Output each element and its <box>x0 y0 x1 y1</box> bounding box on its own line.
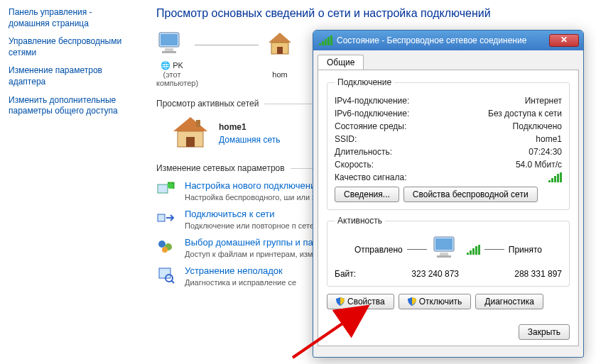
svg-line-19 <box>171 280 174 283</box>
svg-marker-4 <box>269 33 291 43</box>
globe-icon: 🌐 <box>161 61 170 70</box>
svg-rect-6 <box>277 47 283 54</box>
group-activity: Активность Отправлено Принято Байт: 323 … <box>327 216 570 287</box>
activity-dash <box>407 249 427 250</box>
signal-bars-icon <box>319 35 332 45</box>
duration-label: Длительность: <box>335 147 392 157</box>
sidebar-link-manage-wireless[interactable]: Управление беспроводными сетями <box>9 36 134 58</box>
page-title: Просмотр основных сведений о сети и наст… <box>156 7 582 20</box>
uac-shield-icon <box>336 297 345 306</box>
svg-rect-21 <box>435 238 453 250</box>
task-connect-network[interactable]: Подключиться к сети <box>185 209 274 219</box>
bytes-label: Байт: <box>335 269 356 279</box>
task-new-connection[interactable]: Настройка нового подключени <box>185 180 315 191</box>
close-icon: ✕ <box>560 35 568 45</box>
close-button[interactable]: ✕ <box>549 34 579 47</box>
network-type-link[interactable]: Домашняя сеть <box>219 135 280 145</box>
speed-value: 54.0 Мбит/с <box>516 160 562 170</box>
sent-label: Отправлено <box>354 245 403 255</box>
task-troubleshoot-desc: Диагностика и исправление се <box>185 278 296 287</box>
ipv6-label: IPv6-подключение: <box>335 109 409 118</box>
wireless-properties-button[interactable]: Свойства беспроводной сети <box>403 187 538 202</box>
network-line <box>195 45 259 45</box>
wireless-status-dialog: Состояние - Беспроводное сетевое соедине… <box>313 30 584 358</box>
close-dialog-button[interactable]: Закрыть <box>519 324 570 340</box>
group-connection-legend: Подключение <box>335 77 394 87</box>
homegroup-icon <box>156 237 176 257</box>
pc-name: PK <box>173 61 183 70</box>
svg-rect-3 <box>162 51 176 53</box>
svg-rect-1 <box>161 34 178 45</box>
svg-rect-10 <box>196 120 200 127</box>
svg-rect-2 <box>165 48 173 51</box>
troubleshoot-icon <box>156 265 176 285</box>
sidebar-link-sharing-settings[interactable]: Изменить дополнительные параметры общего… <box>9 95 134 117</box>
ipv4-label: IPv4-подключение: <box>335 96 409 106</box>
svg-rect-11 <box>158 184 168 193</box>
svg-rect-22 <box>440 253 448 255</box>
pc-sublabel: (этот компьютер) <box>156 70 188 87</box>
ssid-label: SSID: <box>335 134 357 144</box>
control-panel-sidebar: Панель управления - домашняя страница Уп… <box>0 0 142 364</box>
bytes-sent-value: 323 240 873 <box>411 269 459 279</box>
media-value: Подключено <box>513 121 562 131</box>
new-connection-icon <box>156 180 176 200</box>
signal-bars-icon <box>548 172 562 182</box>
uac-shield-icon <box>408 297 416 306</box>
signal-quality-label: Качество сигнала: <box>335 172 406 182</box>
svg-rect-13 <box>158 214 165 221</box>
task-homegroup[interactable]: Выбор домашней группы и па <box>185 237 313 248</box>
dialog-title: Состояние - Беспроводное сетевое соедине… <box>337 35 549 45</box>
monitor-icon <box>431 236 462 263</box>
svg-point-16 <box>162 247 168 253</box>
ipv4-value: Интернет <box>525 96 562 106</box>
pc-node-icon <box>156 30 188 60</box>
details-button[interactable]: Сведения... <box>335 187 399 202</box>
tab-strip: Общие <box>313 50 583 70</box>
group-connection: Подключение IPv4-подключение:Интернет IP… <box>327 77 570 210</box>
tab-general[interactable]: Общие <box>318 55 364 70</box>
svg-point-14 <box>158 241 166 248</box>
received-label: Принято <box>509 245 542 255</box>
disable-button[interactable]: Отключить <box>399 294 472 309</box>
svg-rect-23 <box>437 255 451 258</box>
tab-panel-general: Подключение IPv4-подключение:Интернет IP… <box>318 70 579 346</box>
properties-button[interactable]: Свойства <box>327 294 394 309</box>
diagnose-button[interactable]: Диагностика <box>475 294 543 309</box>
connect-network-icon <box>156 209 176 228</box>
sidebar-link-adapter-settings[interactable]: Изменение параметров адаптера <box>9 65 134 87</box>
task-troubleshoot[interactable]: Устранение неполадок <box>185 265 283 276</box>
group-activity-legend: Активность <box>335 216 385 226</box>
house-icon <box>170 114 210 152</box>
activity-dash <box>484 249 504 250</box>
signal-bars-icon <box>467 245 480 255</box>
svg-point-12 <box>168 183 173 189</box>
ipv6-value: Без доступа к сети <box>488 109 562 118</box>
bytes-received-value: 288 331 897 <box>514 269 562 279</box>
media-label: Состояние среды: <box>335 121 406 131</box>
network-name: hom <box>266 70 294 79</box>
svg-marker-7 <box>173 117 207 131</box>
svg-rect-9 <box>186 137 195 147</box>
duration-value: 07:24:30 <box>529 147 562 157</box>
dialog-titlebar[interactable]: Состояние - Беспроводное сетевое соедине… <box>313 31 583 50</box>
sidebar-link-home[interactable]: Панель управления - домашняя страница <box>9 7 134 29</box>
network-node-icon <box>266 31 294 58</box>
active-network-name: home1 <box>219 121 280 133</box>
ssid-value: home1 <box>536 134 562 144</box>
speed-label: Скорость: <box>335 160 374 170</box>
svg-rect-17 <box>159 268 170 278</box>
